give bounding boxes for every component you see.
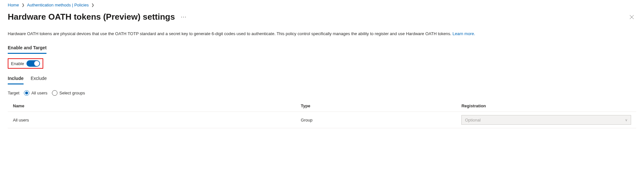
col-header-type: Type xyxy=(301,103,456,108)
target-row: Target All users Select groups xyxy=(8,90,636,96)
col-header-registration: Registration xyxy=(461,103,631,108)
close-button[interactable] xyxy=(627,13,636,22)
target-table: Name Type Registration All users Group O… xyxy=(8,100,636,128)
tab-exclude[interactable]: Exclude xyxy=(31,74,47,84)
enable-toggle[interactable] xyxy=(26,60,40,67)
radio-select-groups-label: Select groups xyxy=(59,91,85,95)
learn-more-link[interactable]: Learn more. xyxy=(452,31,475,36)
radio-all-users-label: All users xyxy=(31,91,47,95)
description-text: Hardware OATH tokens are physical device… xyxy=(8,31,452,36)
cell-name: All users xyxy=(13,118,296,122)
close-icon xyxy=(629,15,634,19)
radio-all-users[interactable]: All users xyxy=(24,90,47,96)
enable-label: Enable xyxy=(11,61,24,66)
radio-selected-icon xyxy=(24,90,29,96)
radio-select-groups[interactable]: Select groups xyxy=(52,90,85,96)
dropdown-value: Optional xyxy=(465,118,480,122)
page-header: Hardware OATH tokens (Preview) settings … xyxy=(8,10,636,31)
more-actions-button[interactable]: ··· xyxy=(181,14,186,20)
tab-enable-and-target[interactable]: Enable and Target xyxy=(8,44,46,54)
section-tabs: Enable and Target xyxy=(8,44,636,54)
breadcrumb-auth-policies[interactable]: Authentication methods | Policies xyxy=(27,3,89,7)
target-label: Target xyxy=(8,91,19,95)
cell-type: Group xyxy=(301,118,456,122)
enable-toggle-row: Enable xyxy=(8,58,43,69)
breadcrumb-home[interactable]: Home xyxy=(8,3,19,7)
include-exclude-tabs: Include Exclude xyxy=(8,74,636,84)
page-title: Hardware OATH tokens (Preview) settings xyxy=(8,12,175,22)
table-header-row: Name Type Registration xyxy=(8,100,636,112)
toggle-knob-icon xyxy=(34,61,39,66)
page-description: Hardware OATH tokens are physical device… xyxy=(8,31,636,37)
table-row: All users Group Optional ∨ xyxy=(8,112,636,128)
chevron-right-icon: ❯ xyxy=(91,3,94,7)
registration-dropdown[interactable]: Optional ∨ xyxy=(461,115,631,125)
col-header-name: Name xyxy=(13,103,296,108)
chevron-down-icon: ∨ xyxy=(625,118,628,122)
radio-unselected-icon xyxy=(52,90,57,96)
chevron-right-icon: ❯ xyxy=(22,3,25,7)
tab-include[interactable]: Include xyxy=(8,74,24,84)
breadcrumb: Home ❯ Authentication methods | Policies… xyxy=(8,0,636,10)
